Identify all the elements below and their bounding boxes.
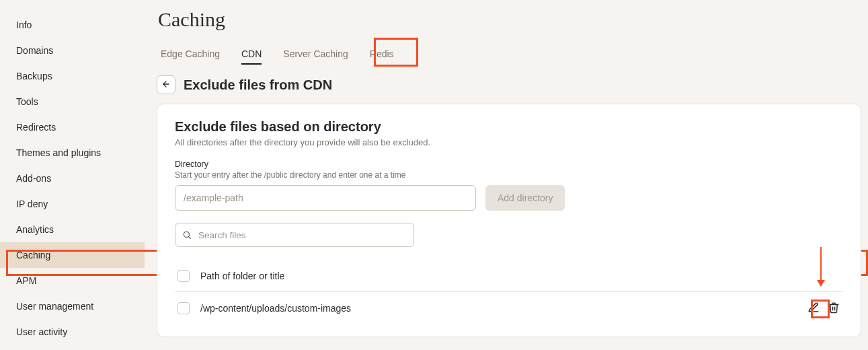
- sidebar: Info Domains Backups Tools Redirects The…: [0, 0, 145, 350]
- search-icon: [182, 230, 192, 240]
- list-header-label: Path of folder or title: [200, 271, 840, 281]
- tab-label: Redis: [370, 48, 394, 59]
- sidebar-item-label: Info: [16, 20, 32, 30]
- svg-line-2: [189, 237, 191, 239]
- tab-label: CDN: [241, 48, 262, 59]
- sidebar-item-label: Caching: [16, 250, 50, 260]
- row-path: /wp-content/uploads/custom-images: [200, 303, 796, 314]
- sidebar-item-tools[interactable]: Tools: [0, 89, 145, 114]
- tab-cdn[interactable]: CDN: [241, 44, 262, 66]
- sidebar-item-label: IP deny: [16, 199, 48, 209]
- subheader-title: Exclude files from CDN: [184, 77, 332, 93]
- sidebar-item-label: Tools: [16, 96, 38, 107]
- pencil-icon: [807, 302, 820, 316]
- back-button[interactable]: [157, 75, 175, 94]
- arrow-left-icon: [161, 79, 171, 91]
- sidebar-item-user-activity[interactable]: User activity: [0, 319, 145, 345]
- subheader: Exclude files from CDN: [157, 75, 861, 94]
- tabs: Edge Caching CDN Server Caching Redis: [157, 44, 861, 66]
- sidebar-item-label: Analytics: [16, 224, 54, 235]
- sidebar-item-ip-deny[interactable]: IP deny: [0, 191, 145, 217]
- edit-button[interactable]: [807, 302, 820, 315]
- tab-redis[interactable]: Redis: [370, 44, 394, 66]
- exclude-panel: Exclude files based on directory All dir…: [157, 104, 861, 337]
- sidebar-item-label: Add-ons: [16, 173, 51, 184]
- sidebar-item-label: Domains: [16, 45, 53, 56]
- directory-field-help: Start your entry after the /public direc…: [175, 170, 843, 180]
- panel-title: Exclude files based on directory: [175, 119, 843, 135]
- search-wrap: [175, 223, 414, 247]
- select-all-checkbox[interactable]: [177, 270, 190, 282]
- sidebar-item-info[interactable]: Info: [0, 12, 145, 38]
- sidebar-item-label: Backups: [16, 71, 52, 81]
- sidebar-item-label: User activity: [16, 326, 67, 337]
- tab-server-caching[interactable]: Server Caching: [283, 44, 348, 66]
- tab-edge-caching[interactable]: Edge Caching: [161, 44, 220, 66]
- directory-field-label: Directory: [175, 160, 843, 169]
- sidebar-item-user-management[interactable]: User management: [0, 293, 145, 319]
- sidebar-item-analytics[interactable]: Analytics: [0, 217, 145, 242]
- sidebar-item-caching[interactable]: Caching: [0, 242, 145, 268]
- search-input[interactable]: [175, 223, 414, 247]
- sidebar-item-backups[interactable]: Backups: [0, 63, 145, 89]
- add-directory-button[interactable]: Add directory: [485, 185, 565, 211]
- row-actions: [807, 302, 840, 315]
- tab-label: Edge Caching: [161, 48, 220, 59]
- sidebar-item-label: APM: [16, 275, 36, 286]
- panel-description: All directories after the directory you …: [175, 137, 843, 147]
- delete-button[interactable]: [827, 302, 840, 315]
- sidebar-item-apm[interactable]: APM: [0, 268, 145, 293]
- trash-icon: [828, 302, 840, 316]
- sidebar-item-domains[interactable]: Domains: [0, 38, 145, 63]
- list-header-row: Path of folder or title: [175, 260, 843, 292]
- directory-input[interactable]: [175, 185, 476, 211]
- page-title: Caching: [158, 8, 861, 31]
- tab-label: Server Caching: [283, 48, 348, 59]
- sidebar-item-themes-plugins[interactable]: Themes and plugins: [0, 140, 145, 166]
- main: Caching Edge Caching CDN Server Caching …: [145, 0, 868, 350]
- row-checkbox[interactable]: [177, 302, 190, 314]
- sidebar-item-label: Themes and plugins: [16, 147, 101, 158]
- directory-input-row: Add directory: [175, 185, 843, 211]
- list-row: /wp-content/uploads/custom-images: [175, 292, 843, 324]
- sidebar-item-redirects[interactable]: Redirects: [0, 114, 145, 140]
- sidebar-item-label: Redirects: [16, 122, 56, 133]
- sidebar-item-add-ons[interactable]: Add-ons: [0, 166, 145, 191]
- sidebar-item-label: User management: [16, 301, 93, 312]
